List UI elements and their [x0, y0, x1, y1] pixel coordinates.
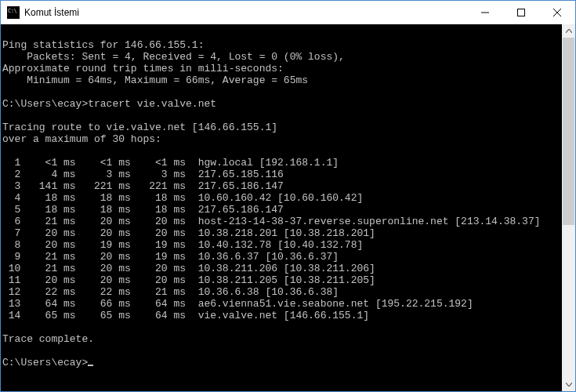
maximize-button[interactable]: [503, 1, 539, 24]
close-icon: [553, 9, 561, 16]
svg-rect-1: [518, 9, 525, 16]
cursor: [88, 365, 93, 366]
scrollbar-track[interactable]: [562, 38, 575, 378]
cmd-icon: [7, 6, 20, 19]
vertical-scrollbar[interactable]: [562, 24, 575, 391]
window-title: Komut İstemi: [24, 7, 79, 18]
scrollbar-thumb[interactable]: [563, 38, 574, 225]
scroll-up-button[interactable]: [562, 24, 575, 38]
chevron-down-icon: [566, 383, 572, 387]
minimize-button[interactable]: [467, 1, 503, 24]
chevron-up-icon: [566, 29, 572, 33]
terminal-output[interactable]: Ping statistics for 146.66.155.1: Packet…: [1, 24, 562, 391]
client-area: Ping statistics for 146.66.155.1: Packet…: [1, 24, 575, 391]
command-prompt-window: Komut İstemi Ping statistics for 146.66.…: [0, 0, 576, 392]
titlebar[interactable]: Komut İstemi: [1, 1, 575, 24]
maximize-icon: [517, 9, 525, 16]
close-button[interactable]: [539, 1, 575, 24]
minimize-icon: [481, 9, 489, 16]
scroll-down-button[interactable]: [562, 378, 575, 391]
